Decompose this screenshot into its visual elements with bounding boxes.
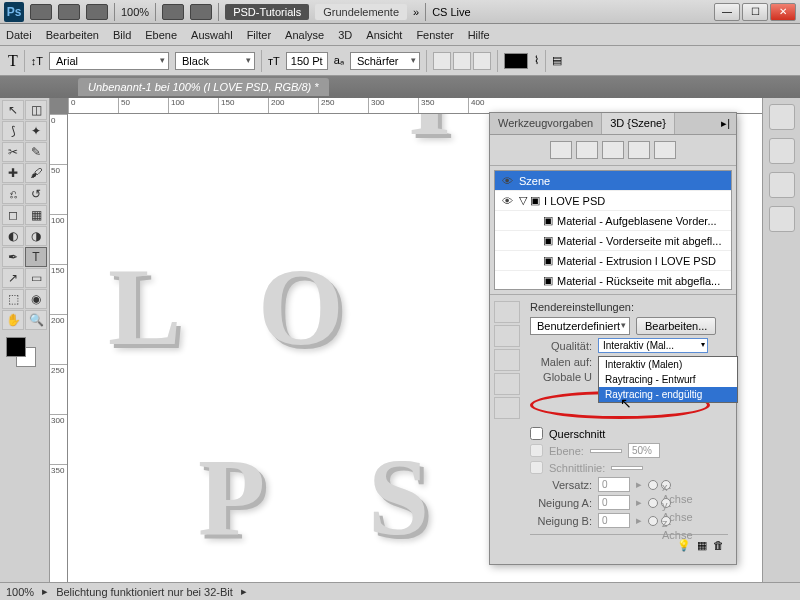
extras-icon[interactable] — [86, 4, 108, 20]
workspace-label[interactable]: PSD-Tutorials — [225, 4, 309, 20]
render-settings-label: Rendereinstellungen: — [530, 301, 728, 313]
menu-bearbeiten[interactable]: Bearbeiten — [46, 29, 99, 41]
font-family-dropdown[interactable]: Arial — [49, 52, 169, 70]
menu-datei[interactable]: Datei — [6, 29, 32, 41]
dodge-tool[interactable]: ◑ — [25, 226, 47, 246]
3d-tool[interactable]: ⬚ — [2, 289, 24, 309]
orientation-icon[interactable]: ↕T — [31, 55, 43, 67]
move-tool[interactable]: ↖ — [2, 100, 24, 120]
eraser-tool[interactable]: ◻ — [2, 205, 24, 225]
3d-cam-tool[interactable]: ◉ — [25, 289, 47, 309]
scene-object[interactable]: 👁▽ ▣ I LOVE PSD — [495, 191, 731, 211]
text-color-swatch[interactable] — [504, 53, 528, 69]
swatches-panel-icon[interactable] — [769, 138, 795, 164]
zoom-level[interactable]: 100% — [121, 6, 149, 18]
quality-option[interactable]: Raytracing - endgültig — [599, 387, 737, 402]
shape-tool[interactable]: ▭ — [25, 268, 47, 288]
workspace-sub[interactable]: Grundelemente — [315, 4, 407, 20]
scene-root[interactable]: 👁Szene — [495, 171, 731, 191]
maximize-button[interactable]: ☐ — [742, 3, 768, 21]
3d-roll-icon[interactable] — [494, 325, 520, 347]
menu-3d[interactable]: 3D — [338, 29, 352, 41]
crop-tool[interactable]: ✂ — [2, 142, 24, 162]
menu-filter[interactable]: Filter — [247, 29, 271, 41]
3d-scale-icon[interactable] — [494, 397, 520, 419]
pen-tool[interactable]: ✒ — [2, 247, 24, 267]
edit-button[interactable]: Bearbeiten... — [636, 317, 716, 335]
filter-mat-icon[interactable] — [602, 141, 624, 159]
quality-dropdown[interactable]: Interaktiv (Mal... — [598, 338, 708, 353]
status-zoom[interactable]: 100% — [6, 586, 34, 598]
arrange-icon[interactable] — [190, 4, 212, 20]
mini-bridge-icon[interactable] — [58, 4, 80, 20]
panel-menu-icon[interactable]: ▸| — [715, 113, 736, 134]
adjust-panel-icon[interactable] — [769, 172, 795, 198]
quality-option[interactable]: Raytracing - Entwurf — [599, 372, 737, 387]
document-tab[interactable]: Unbenannt-1 bei 100% (I LOVE PSD, RGB/8)… — [78, 78, 329, 96]
zoom-tool[interactable]: 🔍 — [25, 310, 47, 330]
align-group[interactable] — [433, 52, 491, 70]
scene-tree[interactable]: 👁Szene 👁▽ ▣ I LOVE PSD ▣ Material - Aufg… — [494, 170, 732, 290]
wand-tool[interactable]: ✦ — [25, 121, 47, 141]
quality-option[interactable]: Interaktiv (Malen) — [599, 357, 737, 372]
type-tool[interactable]: T — [25, 247, 47, 267]
hand-tool[interactable]: ✋ — [2, 310, 24, 330]
tab-3d-scene[interactable]: 3D {Szene} — [602, 113, 675, 134]
brush-tool[interactable]: 🖌 — [25, 163, 47, 183]
3d-slide-icon[interactable] — [494, 373, 520, 395]
cross-section-checkbox[interactable] — [530, 427, 543, 440]
close-button[interactable]: ✕ — [770, 3, 796, 21]
filter-mesh-icon[interactable] — [576, 141, 598, 159]
render-preset-dropdown[interactable]: Benutzerdefiniert — [530, 317, 630, 335]
quality-label: Qualität: — [530, 340, 592, 352]
filter-light2-icon[interactable] — [654, 141, 676, 159]
menu-fenster[interactable]: Fenster — [416, 29, 453, 41]
gradient-tool[interactable]: ▦ — [25, 205, 47, 225]
menu-ebene[interactable]: Ebene — [145, 29, 177, 41]
menu-ansicht[interactable]: Ansicht — [366, 29, 402, 41]
font-weight-dropdown[interactable]: Black — [175, 52, 255, 70]
menu-auswahl[interactable]: Auswahl — [191, 29, 233, 41]
blur-tool[interactable]: ◐ — [2, 226, 24, 246]
filter-light-icon[interactable] — [628, 141, 650, 159]
scene-material[interactable]: ▣ Material - Aufgeblasene Vorder... — [495, 211, 731, 231]
global-label: Globale U — [530, 371, 592, 383]
warp-icon[interactable]: ⌇ — [534, 54, 539, 67]
stamp-tool[interactable]: ⎌ — [2, 184, 24, 204]
scene-material[interactable]: ▣ Material - Rückseite mit abgefla... — [495, 271, 731, 290]
menu-analyse[interactable]: Analyse — [285, 29, 324, 41]
eye-icon[interactable]: 👁 — [499, 195, 515, 207]
panel-toggle-icon[interactable]: ▤ — [552, 54, 562, 67]
history-tool[interactable]: ↺ — [25, 184, 47, 204]
scene-material[interactable]: ▣ Material - Extrusion I LOVE PSD — [495, 251, 731, 271]
trash-icon[interactable]: 🗑 — [713, 539, 724, 551]
menu-bild[interactable]: Bild — [113, 29, 131, 41]
eyedropper-tool[interactable]: ✎ — [25, 142, 47, 162]
x-axis-radio: x-Achse — [648, 480, 671, 490]
menubar: Datei Bearbeiten Bild Ebene Auswahl Filt… — [0, 24, 800, 46]
minimize-button[interactable]: — — [714, 3, 740, 21]
color-panel-icon[interactable] — [769, 104, 795, 130]
font-size-field[interactable]: 150 Pt — [286, 52, 328, 70]
render-icon[interactable]: ▦ — [697, 539, 707, 551]
eye-icon[interactable]: 👁 — [499, 175, 515, 187]
tab-tool-presets[interactable]: Werkzeugvorgaben — [490, 113, 602, 134]
size-icon: тT — [268, 55, 280, 67]
heal-tool[interactable]: ✚ — [2, 163, 24, 183]
layers-panel-icon[interactable] — [769, 206, 795, 232]
color-swatches[interactable] — [2, 337, 47, 367]
scene-material[interactable]: ▣ Material - Vorderseite mit abgefl... — [495, 231, 731, 251]
antialias-dropdown[interactable]: Schärfer — [350, 52, 420, 70]
3d-rotate-icon[interactable] — [494, 301, 520, 323]
path-tool[interactable]: ↗ — [2, 268, 24, 288]
lasso-tool[interactable]: ⟆ — [2, 121, 24, 141]
cslive-label[interactable]: CS Live — [432, 6, 471, 18]
3d-pan-icon[interactable] — [494, 349, 520, 371]
filter-all-icon[interactable] — [550, 141, 572, 159]
screen-mode-icon[interactable] — [162, 4, 184, 20]
menu-hilfe[interactable]: Hilfe — [468, 29, 490, 41]
bridge-icon[interactable] — [30, 4, 52, 20]
marquee-tool[interactable]: ◫ — [25, 100, 47, 120]
light-toggle-icon[interactable]: 💡 — [677, 539, 691, 551]
expand-icon[interactable]: » — [413, 6, 419, 18]
